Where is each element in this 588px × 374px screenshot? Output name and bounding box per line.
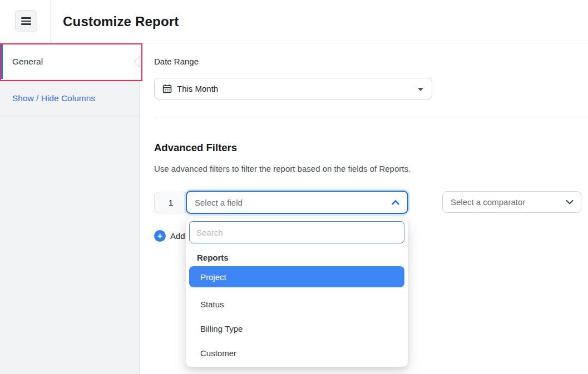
chevron-up-icon (392, 200, 399, 205)
add-button-label: Add (170, 231, 185, 241)
advanced-filters-title: Advanced Filters (154, 142, 237, 154)
advanced-filters-description: Use advanced filters to filter the repor… (154, 164, 411, 173)
dropdown-search-input[interactable] (189, 221, 404, 243)
dropdown-group-label: Reports (197, 253, 408, 262)
plus-circle-icon: + (154, 230, 166, 242)
date-range-label: Date Range (154, 57, 199, 66)
field-select[interactable]: Select a field (186, 191, 408, 214)
dropdown-options: Status Billing Type Customer (186, 292, 408, 365)
comparator-select[interactable]: Select a comparator (442, 191, 581, 213)
field-select-placeholder: Select a field (195, 198, 243, 207)
dropdown-option-project[interactable]: Project (189, 266, 404, 287)
sidebar-item-show-hide-columns[interactable]: Show / Hide Columns (0, 81, 140, 116)
hamburger-menu-button[interactable] (15, 10, 37, 32)
add-filter-button[interactable]: + Add (154, 230, 185, 242)
date-range-select[interactable]: This Month (154, 78, 432, 99)
header-divider (50, 0, 51, 43)
sidebar-item-label: Show / Hide Columns (12, 93, 95, 103)
section-divider (154, 117, 588, 117)
chevron-down-icon (566, 200, 574, 205)
field-dropdown-panel: Reports Project Status Billing Type Cust… (186, 218, 408, 367)
sidebar: General Show / Hide Columns (0, 43, 140, 374)
hamburger-icon (21, 17, 31, 18)
comparator-select-placeholder: Select a comparator (451, 197, 525, 207)
customize-report-window: Customize Report General Show / Hide Col… (0, 0, 588, 374)
dropdown-option-billing-type[interactable]: Billing Type (186, 316, 408, 341)
caret-down-icon (418, 88, 423, 91)
sidebar-item-label: General (12, 57, 43, 67)
header: Customize Report (0, 0, 588, 43)
filter-row-index: 1 (154, 192, 187, 213)
sidebar-item-general[interactable]: General (0, 44, 140, 79)
page-title: Customize Report (63, 0, 179, 43)
main-content: Date Range This Month Advanced Filters U… (140, 43, 588, 374)
calendar-icon (162, 84, 172, 93)
dropdown-option-customer[interactable]: Customer (186, 341, 408, 365)
active-tab-arrow-icon (132, 55, 140, 68)
dropdown-option-status[interactable]: Status (186, 292, 408, 316)
date-range-value: This Month (177, 84, 218, 93)
active-tab-indicator (0, 44, 3, 79)
